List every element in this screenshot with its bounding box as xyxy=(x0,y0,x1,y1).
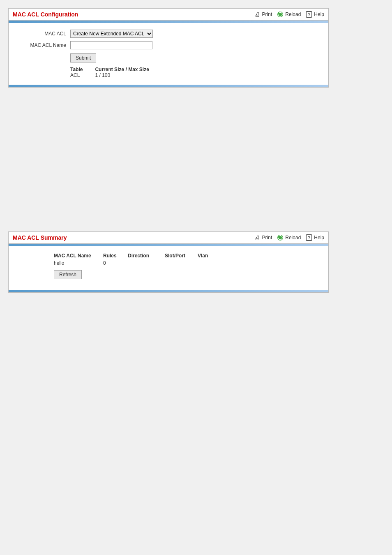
panel1-title: MAC ACL Configuration xyxy=(13,11,78,18)
row-direction xyxy=(128,260,165,266)
panel2-help-label: Help xyxy=(314,235,324,240)
panel2-print-button[interactable]: Print xyxy=(254,234,272,241)
panel1-help-button[interactable]: ? Help xyxy=(306,11,324,18)
mac-acl-summary-panel: MAC ACL Summary Print Reload ? Help xyxy=(8,231,329,293)
panel2-header: MAC ACL Summary Print Reload ? Help xyxy=(9,232,328,244)
spacer9 xyxy=(8,166,384,174)
panel1-actions: Print Reload ? Help xyxy=(254,11,324,18)
spacer14 xyxy=(8,207,384,215)
mac-acl-name-row: MAC ACL Name xyxy=(17,41,320,49)
panel1-reload-label: Reload xyxy=(285,12,301,17)
table-label-col: Table ACL xyxy=(70,67,83,78)
mac-acl-name-input[interactable] xyxy=(70,41,152,49)
spacer5 xyxy=(8,133,384,141)
panel1-reload-button[interactable]: Reload xyxy=(277,11,301,18)
spacer13 xyxy=(8,199,384,207)
col-header-rules: Rules xyxy=(103,253,128,259)
reload-icon xyxy=(277,11,284,18)
help-icon-2: ? xyxy=(306,234,312,241)
panel2-title: MAC ACL Summary xyxy=(13,234,67,241)
col-header-direction: Direction xyxy=(128,253,165,259)
panel1-header: MAC ACL Configuration Print Reload ? Hel… xyxy=(9,9,328,21)
panel1-print-button[interactable]: Print xyxy=(254,11,272,18)
table-label: Table xyxy=(70,67,83,72)
panel2-body: MAC ACL Name Rules Direction Slot/Port V… xyxy=(9,246,328,290)
spacer11 xyxy=(8,182,384,190)
col-header-name: MAC ACL Name xyxy=(54,253,103,259)
col-header-vlan: Vlan xyxy=(198,253,222,259)
print-icon xyxy=(254,11,261,18)
help-icon: ? xyxy=(306,11,312,18)
mac-acl-label: MAC ACL xyxy=(17,31,70,37)
summary-headers: MAC ACL Name Rules Direction Slot/Port V… xyxy=(54,253,320,259)
panel2-actions: Print Reload ? Help xyxy=(254,234,324,241)
print-icon-2 xyxy=(254,234,261,241)
panel2-help-button[interactable]: ? Help xyxy=(306,234,324,241)
spacer6 xyxy=(8,141,384,149)
spacer4 xyxy=(8,125,384,133)
panel1-body: MAC ACL Create New Extended MAC ACL MAC … xyxy=(9,23,328,85)
mac-acl-configuration-panel: MAC ACL Configuration Print Reload ? Hel… xyxy=(8,8,329,88)
submit-row: Submit xyxy=(70,53,320,62)
submit-button[interactable]: Submit xyxy=(70,53,96,62)
mac-acl-select[interactable]: Create New Extended MAC ACL xyxy=(70,30,153,38)
panel1-blue-bar-bottom xyxy=(9,85,328,87)
panel2-reload-label: Reload xyxy=(285,235,301,240)
table-row: hello 0 xyxy=(54,260,320,266)
panel1-help-label: Help xyxy=(314,12,324,17)
refresh-button[interactable]: Refresh xyxy=(54,270,82,279)
table-values-col: Current Size / Max Size 1 / 100 xyxy=(95,67,149,78)
spacer8 xyxy=(8,157,384,166)
mac-acl-row: MAC ACL Create New Extended MAC ACL xyxy=(17,30,320,38)
spacer2 xyxy=(8,108,384,116)
col-header-slotport: Slot/Port xyxy=(165,253,198,259)
panel2-blue-bar-bottom xyxy=(9,290,328,292)
spacer7 xyxy=(8,149,384,157)
spacer15 xyxy=(8,215,384,223)
panel1-print-label: Print xyxy=(262,12,272,17)
table-info: Table ACL Current Size / Max Size 1 / 10… xyxy=(70,67,320,78)
refresh-row: Refresh xyxy=(54,270,320,279)
current-max-size-header: Current Size / Max Size xyxy=(95,67,149,72)
spacer3 xyxy=(8,116,384,125)
row-slotport xyxy=(165,260,198,266)
mac-acl-name-label: MAC ACL Name xyxy=(17,42,70,48)
spacer16 xyxy=(8,223,384,231)
spacer xyxy=(8,100,384,108)
panel2-reload-button[interactable]: Reload xyxy=(277,234,301,241)
row-name: hello xyxy=(54,260,103,266)
row-rules: 0 xyxy=(103,260,128,266)
panel2-print-label: Print xyxy=(262,235,272,240)
spacer10 xyxy=(8,174,384,182)
current-max-size-value: 1 / 100 xyxy=(95,72,149,78)
spacer12 xyxy=(8,190,384,199)
row-vlan xyxy=(198,260,222,266)
reload-icon-2 xyxy=(277,234,284,241)
acl-label: ACL xyxy=(70,72,83,78)
